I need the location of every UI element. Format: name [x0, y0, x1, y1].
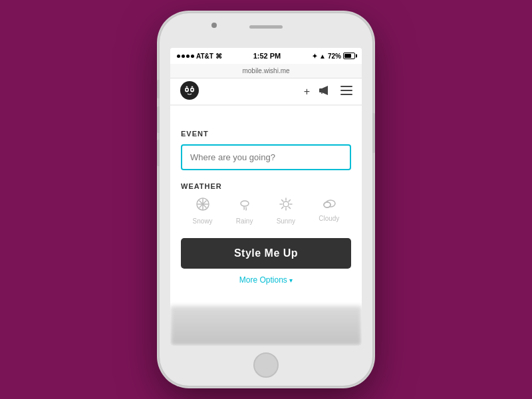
megaphone-icon[interactable] — [319, 85, 331, 98]
header-divider — [170, 105, 362, 106]
app-header: + — [170, 78, 362, 105]
svg-rect-6 — [340, 90, 352, 91]
time-display: 1:52 PM — [253, 52, 281, 60]
svg-rect-7 — [340, 94, 352, 95]
rainy-icon — [237, 197, 252, 215]
snowy-icon — [196, 197, 210, 215]
bottom-content-preview — [170, 306, 362, 346]
phone-body: AT&T ⌘ 1:52 PM ✦ ▲ 72% mobile.wishi.me — [160, 13, 372, 386]
wifi-icon: ⌘ — [215, 53, 222, 60]
volume-down-button — [157, 140, 160, 166]
phone-frame: AT&T ⌘ 1:52 PM ✦ ▲ 72% mobile.wishi.me — [160, 13, 372, 386]
location-icon: ▲ — [319, 53, 326, 60]
front-camera — [211, 23, 217, 28]
home-button[interactable] — [253, 352, 279, 378]
svg-line-19 — [281, 200, 283, 201]
more-options-label: More Options — [239, 275, 287, 285]
weather-section: WEATHER — [181, 182, 351, 225]
snowy-label: Snowy — [193, 217, 213, 225]
svg-line-20 — [289, 207, 290, 208]
phone-screen: AT&T ⌘ 1:52 PM ✦ ▲ 72% mobile.wishi.me — [170, 48, 362, 346]
svg-line-22 — [281, 207, 283, 208]
svg-line-21 — [289, 200, 290, 201]
url-bar: mobile.wishi.me — [170, 64, 362, 78]
signal-icon — [177, 55, 194, 58]
weather-option-sunny[interactable]: Sunny — [277, 197, 295, 225]
header-actions: + — [304, 85, 352, 98]
battery-icon — [343, 53, 355, 59]
weather-options: Snowy Rainy — [181, 197, 351, 225]
more-options[interactable]: More Options ▾ — [181, 275, 351, 285]
event-input[interactable] — [181, 144, 351, 170]
cloudy-icon — [322, 197, 336, 212]
svg-point-14 — [283, 201, 289, 207]
svg-point-3 — [186, 88, 188, 90]
sunny-label: Sunny — [277, 217, 295, 225]
logo — [180, 80, 200, 103]
mute-button — [157, 80, 160, 98]
battery-pct-label: 72% — [328, 53, 341, 60]
app-content: EVENT WEATHER — [170, 118, 362, 297]
sunny-icon — [279, 197, 293, 215]
weather-option-snowy[interactable]: Snowy — [193, 197, 213, 225]
add-button[interactable]: + — [304, 86, 310, 97]
event-label: EVENT — [181, 130, 351, 138]
chevron-down-icon: ▾ — [289, 277, 293, 284]
menu-icon[interactable] — [340, 86, 352, 97]
svg-point-13 — [241, 201, 249, 206]
svg-point-0 — [180, 81, 199, 100]
bluetooth-icon: ✦ — [312, 53, 317, 60]
speaker — [249, 25, 283, 29]
style-me-up-button[interactable]: Style Me Up — [181, 238, 351, 269]
carrier-label: AT&T — [196, 53, 213, 60]
weather-option-cloudy[interactable]: Cloudy — [319, 197, 339, 225]
battery-fill — [344, 54, 351, 58]
url-text: mobile.wishi.me — [242, 67, 289, 74]
svg-point-4 — [192, 88, 194, 90]
event-section: EVENT — [181, 130, 351, 182]
svg-rect-5 — [340, 86, 352, 87]
cloudy-label: Cloudy — [319, 215, 339, 222]
volume-up-button — [157, 106, 160, 133]
weather-option-rainy[interactable]: Rainy — [236, 197, 253, 225]
rainy-label: Rainy — [236, 217, 253, 225]
status-right: ✦ ▲ 72% — [312, 53, 355, 60]
power-button — [372, 113, 375, 153]
status-bar: AT&T ⌘ 1:52 PM ✦ ▲ 72% — [170, 48, 362, 64]
status-left: AT&T ⌘ — [177, 53, 222, 60]
weather-label: WEATHER — [181, 182, 351, 190]
